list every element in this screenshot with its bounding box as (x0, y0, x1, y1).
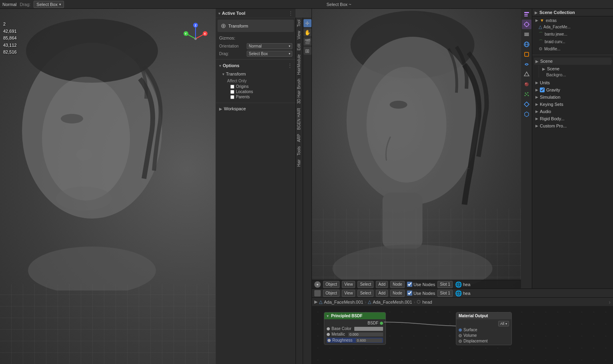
options-menu-icon[interactable]: ⋮ (288, 63, 292, 68)
prop-icon-object-data[interactable] (522, 109, 531, 119)
collapse-arrow-active-tool: ▾ (218, 11, 220, 16)
material-output-header: Material Output (456, 312, 511, 319)
transform-arrow: ▾ (222, 72, 224, 76)
audio-label: Audio (540, 109, 551, 114)
slot-btn[interactable]: Slot 1 (437, 281, 453, 288)
node-editor-mode-icon[interactable] (314, 290, 321, 296)
svg-text:Z: Z (195, 24, 197, 27)
tab-view[interactable]: View (296, 29, 302, 42)
tab-tool[interactable]: Tool (296, 18, 302, 29)
svg-rect-25 (524, 16, 528, 16)
grid-tool-icon[interactable]: ⊞ (304, 47, 311, 55)
tab-tools[interactable]: Tools (296, 144, 302, 157)
prop-gravity[interactable]: ▶ Gravity (534, 86, 611, 93)
sphere-mode-btn[interactable]: ● (314, 281, 321, 288)
view-btn[interactable]: View (342, 281, 355, 288)
breadcrumb-close[interactable]: › (609, 299, 611, 305)
prop-icon-physics[interactable] (522, 99, 531, 109)
locations-checkbox[interactable] (230, 90, 234, 94)
gravity-checkbox[interactable] (540, 88, 545, 92)
transform-sub-header: ▾ Transform (222, 71, 292, 77)
breadcrumb-collapse[interactable]: ▶ (314, 299, 317, 304)
use-nodes-checkbox[interactable] (407, 282, 412, 287)
node-add-btn[interactable]: Add (376, 290, 388, 297)
transform-tool-label: Transform (228, 24, 248, 28)
prop-audio[interactable]: ▶ Audio (534, 108, 611, 115)
prop-rigid-body[interactable]: ▶ Rigid Body... (534, 115, 611, 122)
node-breadcrumb: ▶ △ Ada_FaceMesh.001 › △ Ada_FaceMesh.00… (312, 297, 613, 306)
select-btn[interactable]: Select (357, 281, 373, 288)
breadcrumb-head[interactable]: ⬡ head (417, 299, 432, 304)
prop-icon-constraint[interactable] (522, 60, 531, 69)
node-editor-canvas[interactable]: ▾ Principled BSDF BSDF Base Color (312, 306, 613, 364)
camera-tool-icon[interactable]: 🎬 (304, 38, 311, 46)
prop-icon-world[interactable] (522, 40, 531, 49)
scene-collections-header: ▶ Scene Collection (532, 9, 613, 16)
collection-braid[interactable]: ⌒ braid curv... (532, 38, 613, 46)
tab-bgen-hair[interactable]: BGEN HAIR (296, 106, 302, 132)
transform-tool-row[interactable]: ⊕ Transform (218, 20, 294, 32)
node-object-btn[interactable]: Object (323, 290, 339, 297)
cursor-tool-icon[interactable]: ✛ (304, 19, 311, 27)
roughness-dot (327, 339, 331, 342)
node-node-btn[interactable]: Node (390, 290, 405, 297)
prop-icon-mesh[interactable] (522, 70, 531, 79)
collection-modifier[interactable]: ⚙ Modifie... (532, 46, 613, 52)
collection-bantu[interactable]: ⌒ bantu jewe... (532, 30, 613, 38)
prop-simulation[interactable]: ▶ Simulation (534, 93, 611, 101)
workspace-row: ▶ Workspace (216, 105, 296, 113)
orientation-dropdown[interactable]: Normal (247, 43, 292, 49)
mat-all-dropdown[interactable]: All ▾ (498, 321, 509, 326)
material-output-node[interactable]: Material Output All ▾ (456, 312, 512, 345)
svg-point-43 (524, 95, 525, 96)
node-slot-btn[interactable]: Slot 1 (437, 290, 453, 297)
tab-edit[interactable]: Edit (296, 42, 302, 52)
roughness-row: Roughness 0.600 (327, 338, 383, 343)
prop-icon-particles[interactable] (522, 90, 531, 99)
stat-3: 85,864 (3, 35, 17, 42)
add-btn[interactable]: Add (376, 281, 388, 288)
node-globe-row: 🌐 hea (455, 290, 470, 296)
tab-hairmodule[interactable]: HairModule (296, 52, 302, 77)
prop-icon-scene[interactable] (522, 20, 531, 29)
viewport-stats: 2 42,691 85,864 43,112 82,516 (3, 21, 17, 56)
prop-icon-scene-collection[interactable] (522, 10, 531, 19)
breadcrumb-mesh-2[interactable]: △ Ada_FaceMesh.001 (368, 299, 412, 304)
collection-ada-facemesh[interactable]: △ Ada_FaceMe... (532, 24, 613, 30)
ada-icon: △ (539, 24, 542, 30)
metallic-value-bar[interactable]: 0.000 (348, 332, 383, 336)
prop-icon-object[interactable] (522, 50, 531, 59)
prop-icon-view-layer[interactable] (522, 30, 531, 39)
svg-point-44 (527, 95, 529, 96)
prop-keying-sets[interactable]: ▶ Keying Sets (534, 101, 611, 108)
collection-extras[interactable]: ▶ ▼ extras (532, 17, 613, 24)
tab-hair[interactable]: Hair (296, 157, 302, 169)
prop-icon-material[interactable] (522, 80, 531, 89)
parents-checkbox[interactable] (230, 95, 234, 99)
node-btn[interactable]: Node (390, 281, 405, 288)
node-view-btn[interactable]: View (342, 290, 355, 297)
prop-units[interactable]: ▶ Units (534, 79, 611, 86)
breadcrumb-mesh-1[interactable]: △ Ada_FaceMesh.001 (319, 299, 363, 304)
scene-collection-icon[interactable]: ▶ (535, 10, 538, 15)
node-use-nodes-checkbox[interactable] (407, 290, 412, 296)
base-color-swatch[interactable] (354, 327, 383, 331)
workspace-arrow: ▶ (219, 107, 222, 111)
principled-bsdf-node[interactable]: ▾ Principled BSDF BSDF Base Color (324, 312, 386, 345)
mat-volume-dot (459, 334, 462, 337)
origins-checkbox[interactable] (230, 85, 234, 89)
node-select-btn[interactable]: Select (357, 290, 373, 297)
scene-expand-arrow: ▶ (535, 59, 539, 64)
origins-checkbox-row: Origins (227, 84, 292, 89)
active-tool-options-icon[interactable]: ⋮ (288, 10, 293, 16)
gravity-arrow: ▶ (535, 88, 538, 92)
scene-label: Scene (540, 59, 553, 64)
prop-custom-props[interactable]: ▶ Custom Pro... (534, 122, 611, 129)
drag-panel-dropdown[interactable]: Select Box (247, 51, 292, 57)
tab-3d-hair-brush[interactable]: 3D Hair Brush (296, 77, 302, 106)
drag-dropdown[interactable]: Select Box (34, 1, 64, 8)
object-btn[interactable]: Object (323, 281, 339, 288)
roughness-value-bar[interactable]: 0.600 (356, 338, 382, 342)
tab-arp[interactable]: ARP (296, 132, 302, 144)
move-tool-icon[interactable]: ✋ (304, 28, 311, 36)
